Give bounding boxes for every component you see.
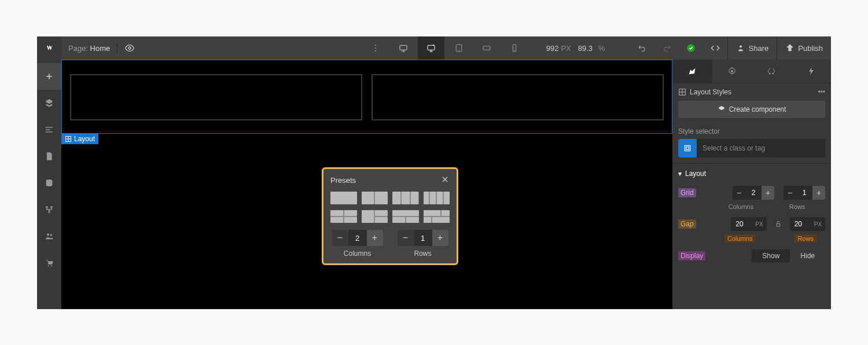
svg-point-23 (48, 265, 49, 266)
presets-popup: Presets − (322, 167, 458, 265)
breakpoint-desktop[interactable] (390, 36, 417, 60)
selection-name: Layout (74, 135, 95, 143)
pages-button[interactable] (37, 143, 61, 170)
rows-label: Rows (414, 249, 431, 258)
logic-button[interactable] (37, 196, 61, 223)
grid-cols-increment[interactable]: + (762, 186, 774, 200)
layout-styles-header[interactable]: Layout Styles ••• (672, 83, 831, 101)
navigator-button[interactable] (37, 116, 61, 143)
grid-cell[interactable] (372, 74, 664, 120)
display-show[interactable]: Show (752, 249, 790, 262)
gap-lock-icon[interactable] (773, 221, 784, 227)
breakpoint-switcher (390, 36, 528, 60)
display-row: Display Show Hide (672, 247, 831, 265)
undo-button[interactable] (630, 36, 654, 60)
grid-rows-value[interactable]: 1 (796, 186, 812, 200)
gap-cols-input[interactable]: 20 PX (731, 217, 766, 231)
tab-settings[interactable] (712, 60, 752, 83)
publish-label: Publish (798, 44, 823, 53)
columns-decrement[interactable]: − (332, 230, 348, 246)
breakpoint-desktop-base[interactable] (418, 36, 444, 60)
preset-span-left[interactable] (362, 210, 388, 223)
columns-label: Columns (344, 249, 371, 258)
preset-4col[interactable] (424, 192, 450, 204)
add-element-button[interactable] (37, 63, 61, 90)
rows-decrement[interactable]: − (398, 230, 414, 246)
preset-1col[interactable] (330, 192, 357, 204)
breakpoint-mobile-portrait[interactable] (501, 36, 528, 60)
tab-interactions[interactable] (752, 60, 792, 83)
chevron-down-icon: ▾ (678, 170, 682, 178)
svg-point-21 (47, 233, 49, 236)
breakpoint-mobile-landscape[interactable] (473, 36, 500, 60)
preset-3col[interactable] (392, 192, 419, 204)
gap-rows-value: 20 (790, 220, 811, 228)
svg-point-24 (51, 265, 52, 266)
rows-value[interactable]: 1 (414, 230, 432, 246)
svg-point-13 (740, 45, 742, 47)
more-icon[interactable]: ••• (818, 88, 825, 96)
close-icon[interactable] (440, 175, 450, 186)
class-placeholder: Select a class or tag (697, 144, 771, 152)
svg-rect-4 (400, 45, 407, 50)
gap-rows-sublabel: Rows (795, 234, 816, 243)
topbar: Page: Home 992 PX 89.3 % (37, 36, 831, 60)
grid-cell[interactable] (70, 74, 362, 120)
preset-masonry[interactable] (424, 210, 450, 223)
gap-rows-input[interactable]: 20 PX (790, 217, 825, 231)
svg-rect-16 (46, 131, 53, 132)
cms-button[interactable] (37, 170, 61, 196)
grid-label: Grid (678, 188, 696, 197)
redo-button[interactable] (654, 36, 679, 60)
preset-span-top[interactable] (392, 210, 419, 223)
layout-section-header[interactable]: ▾ Layout (672, 163, 831, 183)
options-menu[interactable] (366, 43, 385, 53)
preset-2x2[interactable] (330, 210, 357, 223)
create-component-label: Create component (729, 105, 786, 113)
gap-cols-sublabel: Columns (724, 234, 755, 243)
svg-rect-14 (46, 127, 53, 127)
preset-2col[interactable] (362, 192, 388, 204)
canvas-dimensions[interactable]: 992 PX 89.3 % (546, 44, 605, 53)
tab-style[interactable] (672, 60, 712, 83)
selected-element[interactable] (61, 60, 672, 134)
users-button[interactable] (37, 223, 61, 249)
panel-tabs (672, 60, 831, 83)
status-check-icon[interactable] (679, 36, 703, 60)
grid-container (70, 74, 664, 120)
svg-point-9 (488, 48, 489, 49)
webflow-logo[interactable] (37, 36, 61, 60)
gap-label: Gap (678, 219, 696, 229)
svg-point-1 (375, 45, 376, 46)
svg-point-11 (514, 50, 514, 51)
ecommerce-button[interactable] (37, 249, 61, 276)
width-unit: PX (561, 44, 571, 53)
gap-cols-unit: PX (752, 221, 766, 227)
grid-cols-decrement[interactable]: − (733, 186, 745, 200)
create-component-button[interactable]: Create component (678, 101, 825, 118)
columns-increment[interactable]: + (367, 230, 383, 246)
display-hide[interactable]: Hide (790, 249, 825, 262)
svg-rect-30 (685, 145, 690, 151)
export-code-button[interactable] (703, 36, 727, 60)
tab-effects[interactable] (792, 60, 832, 83)
svg-point-2 (375, 47, 376, 49)
grid-rows-decrement[interactable]: − (784, 186, 796, 200)
page-selector[interactable]: Page: Home (61, 44, 117, 53)
class-selector[interactable]: Select a class or tag (678, 139, 825, 157)
svg-point-12 (687, 44, 694, 52)
gap-cols-value: 20 (731, 220, 752, 228)
columns-value[interactable]: 2 (348, 230, 367, 246)
share-button[interactable]: Share (727, 36, 777, 60)
svg-point-18 (46, 207, 48, 208)
grid-rows-increment[interactable]: + (812, 186, 825, 200)
design-canvas[interactable]: Layout Presets (61, 60, 672, 309)
canvas-width: 992 (546, 44, 559, 53)
components-button[interactable] (37, 90, 61, 116)
preview-toggle[interactable] (117, 43, 141, 53)
grid-cols-value[interactable]: 2 (745, 186, 762, 200)
publish-button[interactable]: Publish (777, 36, 831, 60)
rows-increment[interactable]: + (432, 230, 448, 246)
selection-label[interactable]: Layout (61, 134, 98, 144)
breakpoint-tablet[interactable] (446, 36, 472, 60)
